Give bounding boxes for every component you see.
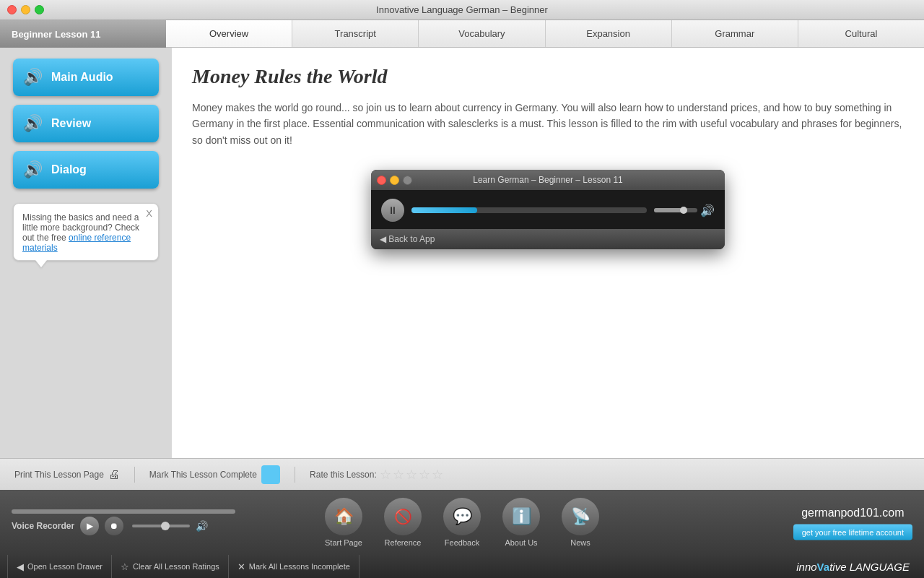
- tabs-bar: Overview Transcript Vocabulary Expansion…: [166, 20, 924, 48]
- print-button[interactable]: Print This Lesson Page 🖨: [14, 468, 120, 481]
- minimize-button[interactable]: [21, 5, 30, 14]
- recorder-slider-knob: [161, 522, 170, 530]
- lesson-heading: Money Rules the World: [192, 65, 904, 88]
- germanpod-badge: germanpod101.com get your free lifetime …: [793, 505, 912, 540]
- nav-icons: 🏠 Start Page 🚫 Reference 💬 Feedback ℹ️ A…: [325, 498, 599, 547]
- star-4[interactable]: ☆: [419, 467, 430, 483]
- title-bar: Innovative Language German – Beginner: [0, 0, 924, 20]
- get-account-button[interactable]: get your free lifetime account: [793, 525, 912, 540]
- volume-fill: [654, 208, 682, 212]
- news-label: News: [570, 538, 590, 547]
- tab-grammar[interactable]: Grammar: [672, 20, 798, 47]
- play-button[interactable]: ▶: [80, 517, 99, 535]
- star-5[interactable]: ☆: [432, 467, 443, 483]
- tab-vocabulary[interactable]: Vocabulary: [419, 20, 545, 47]
- dialog-button[interactable]: 🔊 Dialog: [13, 151, 159, 189]
- lesson-title-badge: Beginner Lesson 11: [0, 20, 166, 48]
- main-audio-button[interactable]: 🔊 Main Audio: [13, 59, 159, 96]
- tab-transcript[interactable]: Transcript: [292, 20, 419, 47]
- printer-icon: 🖨: [108, 468, 120, 481]
- voice-recorder-area: Voice Recorder ▶ ⏺ 🔊: [12, 509, 235, 535]
- lesson-description: Money makes the world go round... so joi…: [192, 100, 904, 148]
- logo-text: germanpod101.com: [801, 506, 904, 519]
- status-divider-2: [295, 467, 295, 483]
- volume-max-icon: 🔊: [700, 204, 715, 217]
- speaker-icon: 🔊: [23, 68, 43, 87]
- clear-ratings-label: Clear All Lesson Ratings: [133, 562, 219, 571]
- volume-icon: 🔊: [196, 520, 208, 532]
- start-page-label: Start Page: [325, 538, 362, 547]
- back-to-app-bar[interactable]: ◀ Back to App: [371, 229, 725, 249]
- drawer-icon: ◀: [17, 561, 24, 572]
- about-us-icon: ℹ️: [502, 498, 540, 535]
- header-bar: Beginner Lesson 11 Overview Transcript V…: [0, 20, 924, 48]
- recorder-track: [12, 509, 235, 514]
- zoom-button[interactable]: [35, 5, 44, 14]
- player-title: Learn German – Beginner – Lesson 11: [473, 175, 622, 185]
- tooltip-text: Missing the basics and need a little mor…: [22, 212, 149, 253]
- feedback-icon: 💬: [443, 498, 481, 535]
- play-pause-button[interactable]: ⏸: [381, 199, 404, 222]
- audio-player-titlebar: Learn German – Beginner – Lesson 11: [371, 170, 725, 190]
- feedback-label: Feedback: [445, 538, 479, 547]
- star-icon: ☆: [121, 561, 129, 572]
- sidebar: 🔊 Main Audio 🔊 Review 🔊 Dialog X Missing…: [0, 48, 172, 458]
- tab-overview[interactable]: Overview: [166, 20, 292, 47]
- nav-reference[interactable]: 🚫 Reference: [384, 498, 422, 547]
- clear-ratings-button[interactable]: ☆ Clear All Lesson Ratings: [112, 555, 229, 578]
- volume-bar[interactable]: [654, 208, 697, 212]
- mark-complete-label: Mark This Lesson Complete: [149, 470, 257, 480]
- progress-bar[interactable]: [411, 207, 647, 213]
- speaker-icon-2: 🔊: [23, 114, 43, 133]
- volume-area: 🔊: [654, 204, 715, 217]
- tab-expansion[interactable]: Expansion: [546, 20, 672, 47]
- footer-logo-text: innoVative LANGUAGE: [796, 561, 910, 573]
- recorder-slider[interactable]: [132, 525, 190, 527]
- about-us-label: About Us: [505, 538, 537, 547]
- player-close-button[interactable]: [377, 176, 386, 185]
- start-page-icon: 🏠: [325, 498, 362, 535]
- mark-complete-action[interactable]: Mark This Lesson Complete: [149, 465, 280, 484]
- tooltip-close[interactable]: X: [146, 208, 152, 219]
- news-icon: 📡: [562, 498, 599, 535]
- bottom-nav: Voice Recorder ▶ ⏺ 🔊 🏠 Start Page 🚫 Refe…: [0, 490, 924, 555]
- nav-about-us[interactable]: ℹ️ About Us: [502, 498, 540, 547]
- speaker-icon-3: 🔊: [23, 160, 43, 179]
- star-2[interactable]: ☆: [393, 467, 404, 483]
- germanpod-logo: germanpod101.com: [801, 505, 904, 520]
- player-minimize-button[interactable]: [390, 176, 399, 185]
- audio-player-window: Learn German – Beginner – Lesson 11 ⏸: [371, 170, 725, 249]
- star-3[interactable]: ☆: [406, 467, 417, 483]
- rate-label: Rate this Lesson:: [310, 470, 377, 480]
- mark-incomplete-button[interactable]: ✕ Mark All Lessons Incomplete: [229, 555, 359, 578]
- status-divider-1: [134, 467, 135, 483]
- star-1[interactable]: ☆: [380, 467, 391, 483]
- volume-knob: [680, 207, 687, 214]
- stars-row: ☆ ☆ ☆ ☆ ☆: [380, 467, 443, 483]
- nav-news[interactable]: 📡 News: [562, 498, 599, 547]
- mark-complete-button[interactable]: [261, 465, 280, 484]
- rating-area: Rate this Lesson: ☆ ☆ ☆ ☆ ☆: [310, 467, 443, 483]
- recorder-controls: Voice Recorder ▶ ⏺ 🔊: [12, 517, 235, 535]
- player-controls-row: ⏸ 🔊: [381, 199, 715, 222]
- tab-cultural[interactable]: Cultural: [798, 20, 924, 47]
- player-zoom-button[interactable]: [403, 176, 412, 185]
- window-controls: [7, 5, 44, 14]
- reference-icon: 🚫: [384, 498, 422, 535]
- audio-player-body: ⏸ 🔊: [371, 190, 725, 229]
- record-button[interactable]: ⏺: [105, 517, 123, 535]
- window-title: Innovative Language German – Beginner: [376, 4, 548, 15]
- footer-logo: innoVative LANGUAGE: [796, 561, 917, 573]
- content-area: Money Rules the World Money makes the wo…: [172, 48, 924, 458]
- recorder-label: Voice Recorder: [12, 521, 74, 531]
- reference-label: Reference: [385, 538, 422, 547]
- review-button[interactable]: 🔊 Review: [13, 105, 159, 142]
- open-lesson-drawer-button[interactable]: ◀ Open Lesson Drawer: [7, 555, 112, 578]
- nav-feedback[interactable]: 💬 Feedback: [443, 498, 481, 547]
- player-window-controls: [377, 176, 412, 185]
- nav-start-page[interactable]: 🏠 Start Page: [325, 498, 362, 547]
- main-content: 🔊 Main Audio 🔊 Review 🔊 Dialog X Missing…: [0, 48, 924, 458]
- progress-fill: [411, 207, 477, 213]
- close-button[interactable]: [7, 5, 17, 14]
- footer-toolbar: ◀ Open Lesson Drawer ☆ Clear All Lesson …: [0, 555, 924, 578]
